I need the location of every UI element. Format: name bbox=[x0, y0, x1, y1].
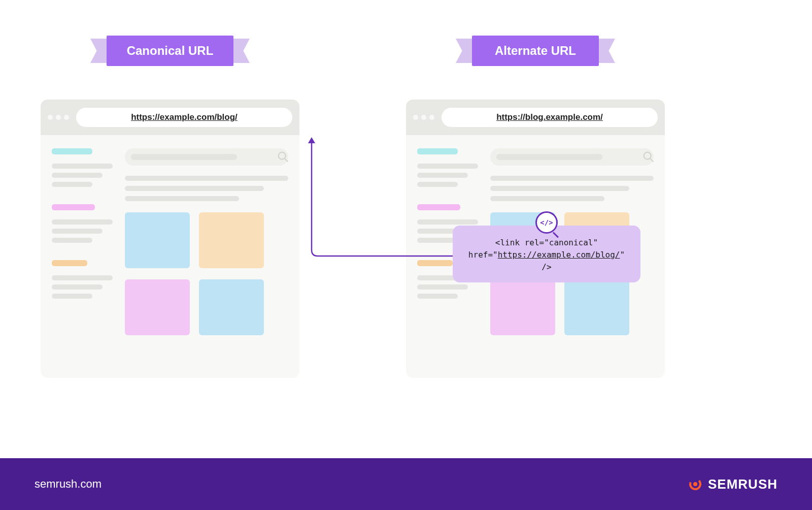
alternate-address-bar: https://blog.example.com/ bbox=[442, 108, 658, 127]
code-canonical-url: https://example.com/blog/ bbox=[498, 250, 620, 260]
alternate-banner-label: Alternate URL bbox=[472, 36, 599, 66]
window-controls-icon bbox=[413, 115, 434, 120]
semrush-brand-text: SEMRUSH bbox=[708, 476, 777, 492]
code-line-1: <link rel="canonical" bbox=[462, 237, 631, 249]
browser-toolbar: https://blog.example.com/ bbox=[406, 100, 665, 135]
search-placeholder bbox=[490, 148, 654, 166]
semrush-flame-icon bbox=[687, 475, 704, 493]
content-card-placeholder bbox=[199, 212, 264, 268]
search-icon bbox=[276, 150, 290, 164]
svg-point-5 bbox=[693, 482, 697, 486]
content-card-placeholder bbox=[490, 279, 555, 335]
footer-url: semrush.com bbox=[35, 477, 101, 491]
code-inspect-icon: </> bbox=[535, 211, 558, 234]
alternate-banner: Alternate URL bbox=[406, 36, 665, 71]
canonical-column: Canonical URL https://example.com/blog/ bbox=[41, 36, 299, 378]
window-controls-icon bbox=[48, 115, 69, 120]
svg-point-0 bbox=[279, 152, 286, 160]
svg-line-1 bbox=[285, 159, 288, 162]
content-card-placeholder bbox=[125, 279, 190, 335]
svg-point-2 bbox=[644, 152, 651, 160]
browser-toolbar: https://example.com/blog/ bbox=[41, 100, 299, 135]
search-placeholder bbox=[125, 148, 288, 166]
semrush-logo: SEMRUSH bbox=[687, 475, 777, 493]
canonical-browser-mockup: https://example.com/blog/ bbox=[41, 100, 299, 378]
page-main-placeholder bbox=[125, 148, 288, 335]
search-icon bbox=[641, 150, 656, 164]
footer-bar: semrush.com SEMRUSH bbox=[0, 458, 812, 510]
content-card-placeholder bbox=[125, 212, 190, 268]
alternate-column: Alternate URL https://blog.example.com/ bbox=[406, 36, 665, 378]
canonical-address-bar: https://example.com/blog/ bbox=[76, 108, 292, 127]
content-card-placeholder bbox=[564, 279, 629, 335]
code-icon-label: </> bbox=[540, 217, 553, 228]
content-card-placeholder bbox=[199, 279, 264, 335]
canonical-code-tooltip: </> <link rel="canonical" href="https://… bbox=[453, 226, 640, 282]
page-sidebar-placeholder bbox=[52, 148, 113, 335]
browser-body bbox=[41, 135, 299, 348]
canonical-url-diagram: Canonical URL https://example.com/blog/ bbox=[0, 0, 812, 458]
code-line-2-prefix: href=" bbox=[468, 250, 498, 260]
canonical-banner-label: Canonical URL bbox=[107, 36, 233, 66]
code-line-2: href="https://example.com/blog/" /> bbox=[462, 249, 631, 273]
canonical-banner: Canonical URL bbox=[41, 36, 299, 71]
svg-line-3 bbox=[651, 159, 654, 162]
